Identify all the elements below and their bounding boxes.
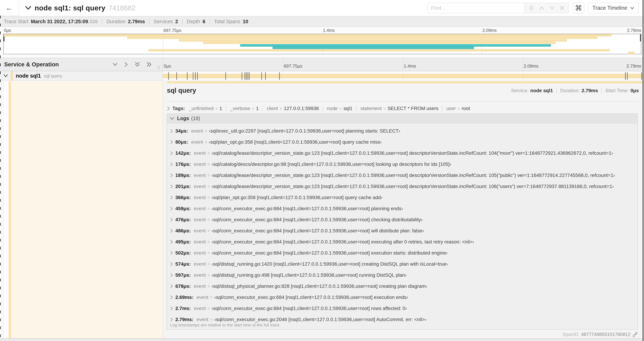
tag-item[interactable]: _unfinished=1 bbox=[189, 106, 226, 111]
trace-minimap: 0μs697.75μs1.4ms2.09ms2.79ms bbox=[0, 27, 642, 58]
log-row[interactable]: 2.7ms:event=‹sql/conn_executor_exec.go:6… bbox=[170, 303, 638, 314]
scrollbar[interactable] bbox=[642, 0, 644, 341]
log-row[interactable]: 476μs:event=‹sql/conn_executor_exec.go:6… bbox=[170, 214, 638, 225]
log-marker-tick[interactable] bbox=[168, 72, 169, 80]
chevron-right-icon bbox=[170, 295, 173, 299]
tag-item[interactable]: client=127.0.0.1:59936 bbox=[266, 106, 323, 111]
log-field-value: ‹sql/catalog/lease/descriptor_version_st… bbox=[212, 150, 613, 156]
log-marker-tick[interactable] bbox=[242, 72, 242, 80]
prev-match-icon[interactable] bbox=[539, 6, 544, 10]
chevron-right-icon bbox=[170, 207, 173, 211]
log-marker-tick[interactable] bbox=[248, 72, 248, 80]
log-marker-tick[interactable] bbox=[197, 72, 198, 80]
log-row[interactable]: 201μs:event=‹sql/catalog/lease/descripto… bbox=[170, 181, 638, 192]
log-marker-tick[interactable] bbox=[193, 72, 193, 80]
log-row[interactable]: 142μs:event=‹sql/catalog/lease/descripto… bbox=[170, 148, 638, 159]
equals-sign: = bbox=[384, 106, 386, 111]
keyboard-shortcuts-button[interactable]: ⌘ bbox=[573, 3, 584, 13]
trace-id: 7418682 bbox=[108, 4, 136, 12]
tags-accordion[interactable]: Tags: _unfinished=1_verbose=1client=127.… bbox=[167, 103, 639, 114]
span-row[interactable]: node sql1 sql query bbox=[0, 71, 642, 81]
ruler-tick-label: 697.75μs bbox=[284, 63, 302, 69]
indent-guide bbox=[3, 81, 4, 338]
log-marker-tick[interactable] bbox=[244, 72, 245, 80]
divider bbox=[102, 19, 102, 24]
tag-item[interactable]: statement=SELECT * FROM users bbox=[360, 106, 443, 111]
tag-item[interactable]: user=root bbox=[446, 106, 474, 111]
log-row[interactable]: 80μs:event=‹sql/plan_opt.go:358 [nsql1,c… bbox=[170, 137, 638, 148]
log-field-key: event bbox=[194, 184, 206, 189]
collapse-all-icon[interactable] bbox=[135, 62, 140, 67]
link-icon[interactable] bbox=[630, 332, 638, 337]
chevron-right-icon bbox=[170, 140, 173, 144]
log-marker-tick[interactable] bbox=[262, 72, 262, 80]
tree-controls bbox=[112, 62, 152, 67]
tag-key: user bbox=[446, 106, 456, 111]
service-value: node sql1 bbox=[530, 88, 553, 93]
back-button[interactable]: ← bbox=[0, 0, 19, 16]
log-field-value: ‹sql/distsql_running.go:498 [nsql1,clien… bbox=[212, 272, 406, 278]
log-marker-tick[interactable] bbox=[642, 72, 642, 80]
log-row[interactable]: 2.69ms:event=‹sql/conn_executor_exec.go:… bbox=[170, 292, 638, 303]
log-row[interactable]: 502μs:event=‹sql/conn_executor_exec.go:6… bbox=[170, 247, 638, 258]
tags-list: _unfinished=1_verbose=1client=127.0.0.1:… bbox=[189, 106, 478, 111]
log-row[interactable]: 574μs:event=‹sql/distsql_running.go:1420… bbox=[170, 258, 638, 270]
indent-guide bbox=[2, 81, 2, 338]
duration-value: 2.79ms bbox=[582, 88, 598, 93]
expand-all-icon[interactable] bbox=[146, 62, 152, 67]
log-marker-tick[interactable] bbox=[226, 72, 226, 80]
minimap-canvas[interactable] bbox=[3, 34, 641, 54]
tag-item[interactable]: node=sql1 bbox=[327, 106, 356, 111]
tag-item[interactable]: _verbose=1 bbox=[230, 106, 263, 111]
span-row-name-column[interactable]: node sql1 sql query bbox=[0, 71, 163, 81]
divider bbox=[556, 88, 557, 93]
log-row[interactable]: 495μs:event=‹sql/conn_executor_exec.go:6… bbox=[170, 236, 638, 247]
minimap-tick-labels: 0μs697.75μs1.4ms2.09ms2.79ms bbox=[3, 28, 641, 34]
scope-icon[interactable] bbox=[529, 5, 534, 11]
expand-one-icon[interactable] bbox=[124, 62, 128, 67]
log-marker-tick[interactable] bbox=[279, 72, 280, 80]
span-row-track[interactable] bbox=[163, 71, 642, 81]
clear-search-icon[interactable] bbox=[560, 6, 564, 10]
log-field-value: ‹sql/conn_executor_exec.go:684 [nsql1,cl… bbox=[212, 206, 403, 211]
log-marker-tick[interactable] bbox=[249, 72, 250, 80]
chevron-right-icon bbox=[170, 151, 173, 155]
view-selector-button[interactable]: Trace Timeline bbox=[588, 3, 639, 13]
collapse-one-icon[interactable] bbox=[112, 63, 118, 66]
log-row[interactable]: 366μs:event=‹sql/plan_opt.go:358 [nsql1,… bbox=[170, 192, 638, 203]
column-resize-grip[interactable]: || bbox=[157, 65, 160, 70]
log-row[interactable]: 189μs:event=‹sql/catalog/lease/descripto… bbox=[170, 170, 638, 181]
span-duration-bar[interactable] bbox=[163, 74, 642, 78]
trace-title-wrap[interactable]: node sql1: sql query 7418682 bbox=[25, 4, 427, 12]
tag-value: 1 bbox=[220, 106, 222, 111]
chevron-down-icon[interactable] bbox=[4, 74, 8, 78]
next-match-icon[interactable] bbox=[550, 6, 555, 10]
equals-sign: = bbox=[208, 306, 210, 311]
log-row[interactable]: 459μs:event=‹sql/conn_executor_exec.go:6… bbox=[170, 203, 638, 214]
log-row[interactable]: 597μs:event=‹sql/distsql_running.go:498 … bbox=[170, 270, 638, 281]
log-timestamp: 2.79ms: bbox=[175, 317, 193, 322]
depth-label: Depth bbox=[187, 19, 200, 25]
trace-services: Services 2 bbox=[154, 19, 178, 25]
log-timestamp: 34μs: bbox=[175, 128, 188, 134]
log-marker-tick[interactable] bbox=[187, 72, 188, 80]
logs-accordion-header[interactable]: Logs (18) bbox=[167, 114, 638, 123]
log-row[interactable]: 176μs:event=‹sql/catalog/descs/descripto… bbox=[170, 159, 638, 170]
log-marker-tick[interactable] bbox=[176, 72, 177, 80]
minimap-right-drag-handle[interactable] bbox=[640, 34, 641, 42]
chevron-right-icon bbox=[170, 251, 173, 255]
log-marker-tick[interactable] bbox=[246, 72, 246, 80]
equals-sign: = bbox=[208, 151, 210, 156]
find-input[interactable] bbox=[427, 3, 524, 13]
log-marker-tick[interactable] bbox=[265, 72, 266, 80]
equals-sign: = bbox=[208, 195, 210, 200]
log-row[interactable]: 678μs:event=‹sql/distsql_physical_planne… bbox=[170, 281, 638, 292]
log-marker-tick[interactable] bbox=[627, 72, 628, 80]
log-row[interactable]: 34μs:event=‹sql/exec_util.go:2297 [nsql1… bbox=[170, 125, 638, 137]
equals-sign: = bbox=[208, 273, 210, 278]
equals-sign: = bbox=[208, 239, 210, 244]
log-marker-tick[interactable] bbox=[625, 72, 626, 80]
log-row[interactable]: 486μs:event=‹sql/conn_executor_exec.go:6… bbox=[170, 225, 638, 236]
find-nav-group bbox=[524, 3, 569, 13]
log-marker-tick[interactable] bbox=[195, 72, 196, 80]
